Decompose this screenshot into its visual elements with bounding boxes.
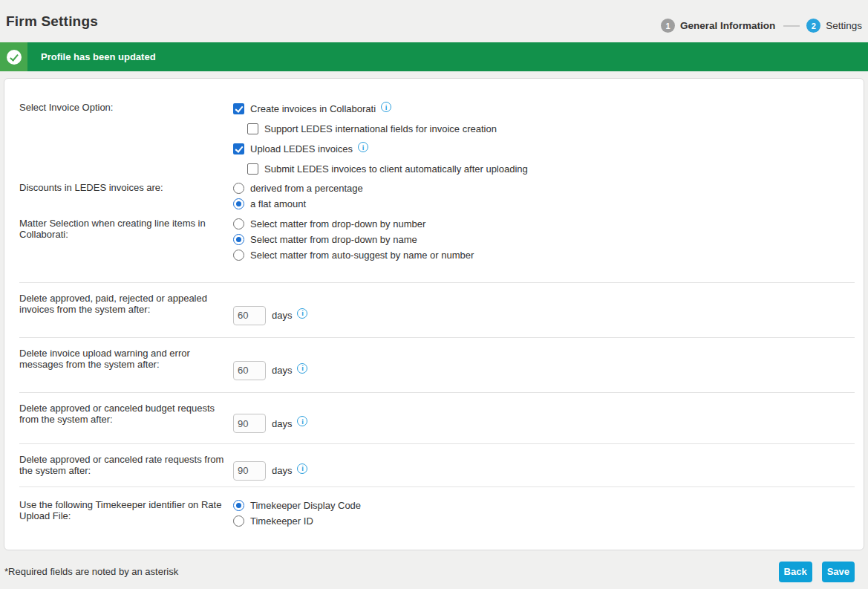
delete-warnings-label: Delete invoice upload warning and error … (19, 348, 233, 392)
checkbox-label: Support LEDES international fields for i… (264, 123, 497, 134)
radio-label: a flat amount (250, 198, 306, 209)
step-2-label[interactable]: Settings (826, 20, 862, 31)
firm-settings-page: Firm Settings 1 General Information 2 Se… (0, 0, 868, 589)
invoice-option-label: Select Invoice Option: (19, 102, 233, 182)
radio-option-flat-amount[interactable]: a flat amount (233, 198, 363, 210)
step-2-circle[interactable]: 2 (806, 19, 820, 33)
discounts-label: Discounts in LEDES invoices are: (19, 182, 233, 213)
footer-buttons: Back Save (769, 562, 855, 582)
delete-rate-requests-label: Delete approved or canceled rate request… (19, 454, 233, 487)
radio-option-autosuggest[interactable]: Select matter from auto-suggest by name … (233, 249, 474, 261)
step-1-label[interactable]: General Information (680, 20, 775, 31)
delete-budget-requests-label: Delete approved or canceled budget reque… (19, 403, 233, 443)
radio-button[interactable] (233, 250, 244, 261)
radio-option-dropdown-name[interactable]: Select matter from drop-down by name (233, 233, 474, 246)
step-connector-line (783, 25, 800, 27)
radio-button[interactable] (233, 198, 244, 209)
info-icon[interactable]: i (381, 102, 391, 112)
timekeeper-identifier-label: Use the following Timekeeper identifier … (19, 499, 233, 530)
radio-button[interactable] (233, 500, 244, 511)
radio-label: Select matter from drop-down by number (250, 218, 425, 230)
discounts-row: Discounts in LEDES invoices are: derived… (4, 182, 864, 213)
radio-option-display-code[interactable]: Timekeeper Display Code (233, 499, 361, 512)
success-check-icon (7, 50, 22, 65)
checkbox-label: Upload LEDES invoices (250, 143, 353, 154)
save-button[interactable]: Save (822, 562, 855, 582)
radio-button[interactable] (233, 183, 244, 194)
info-icon[interactable]: i (297, 463, 307, 474)
radio-label: Select matter from drop-down by name (250, 234, 417, 245)
checkbox-label: Submit LEDES invoices to client automati… (264, 163, 528, 175)
days-unit-label: days (272, 465, 292, 476)
radio-button[interactable] (233, 218, 244, 230)
delete-invoices-row: Delete approved, paid, rejected or appea… (4, 283, 864, 337)
matter-selection-row: Matter Selection when creating line item… (4, 218, 864, 264)
checkbox-option-upload-ledes[interactable]: Upload LEDES invoices i (233, 142, 528, 156)
checkbox[interactable] (247, 123, 258, 134)
checkbox[interactable] (233, 103, 244, 114)
days-unit-label: days (272, 418, 292, 429)
success-icon-box (0, 42, 27, 71)
radio-label: Select matter from auto-suggest by name … (250, 250, 474, 261)
radio-option-timekeeper-id[interactable]: Timekeeper ID (233, 515, 361, 527)
checkbox[interactable] (233, 143, 244, 154)
radio-button[interactable] (233, 515, 244, 527)
delete-invoices-control: days i (233, 293, 307, 337)
delete-budget-requests-row: Delete approved or canceled budget reque… (4, 393, 864, 443)
delete-invoices-days-input[interactable] (233, 306, 266, 325)
required-fields-note: *Required fields are noted by an asteris… (4, 566, 178, 577)
settings-form-panel: Select Invoice Option: Create invoices i… (4, 78, 864, 550)
back-button[interactable]: Back (779, 562, 812, 582)
info-icon[interactable]: i (297, 416, 307, 426)
delete-rate-requests-control: days i (233, 455, 307, 487)
delete-warnings-row: Delete invoice upload warning and error … (4, 338, 864, 392)
radio-label: derived from a percentage (250, 183, 363, 194)
info-icon[interactable]: i (297, 363, 307, 374)
invoice-option-controls: Create invoices in Collaborati i Support… (233, 102, 528, 182)
page-title: Firm Settings (6, 13, 98, 30)
days-unit-label: days (272, 365, 292, 376)
matter-selection-controls: Select matter from drop-down by number S… (233, 218, 474, 264)
checkbox-option-submit-ledes-auto[interactable]: Submit LEDES invoices to client automati… (247, 162, 528, 176)
delete-invoices-label: Delete approved, paid, rejected or appea… (19, 293, 233, 337)
delete-warnings-days-input[interactable] (233, 361, 266, 380)
discounts-controls: derived from a percentage a flat amount (233, 182, 363, 213)
radio-option-percentage[interactable]: derived from a percentage (233, 182, 363, 195)
radio-label: Timekeeper Display Code (250, 500, 361, 511)
days-unit-label: days (272, 310, 292, 321)
wizard-stepper: 1 General Information 2 Settings (661, 10, 862, 33)
delete-budget-days-input[interactable] (233, 414, 266, 433)
timekeeper-identifier-row: Use the following Timekeeper identifier … (4, 487, 864, 530)
checkbox-option-create-invoices[interactable]: Create invoices in Collaborati i (233, 102, 528, 116)
matter-selection-label: Matter Selection when creating line item… (19, 218, 233, 264)
top-bar: Firm Settings 1 General Information 2 Se… (0, 0, 868, 42)
checkbox-label: Create invoices in Collaborati (250, 103, 376, 114)
info-icon[interactable]: i (358, 142, 368, 152)
delete-rate-days-input[interactable] (233, 461, 266, 481)
checkbox[interactable] (247, 163, 258, 175)
timekeeper-identifier-controls: Timekeeper Display Code Timekeeper ID (233, 499, 361, 530)
radio-label: Timekeeper ID (250, 515, 313, 527)
success-message: Profile has been updated (41, 42, 156, 71)
info-icon[interactable]: i (297, 308, 307, 319)
step-1-circle[interactable]: 1 (661, 19, 675, 33)
checkbox-option-ledes-international[interactable]: Support LEDES international fields for i… (247, 122, 528, 136)
invoice-option-row: Select Invoice Option: Create invoices i… (4, 102, 864, 182)
success-banner: Profile has been updated (0, 42, 868, 71)
radio-button[interactable] (233, 234, 244, 245)
footer-bar: *Required fields are noted by an asteris… (0, 554, 868, 589)
delete-warnings-control: days i (233, 348, 307, 392)
radio-option-dropdown-number[interactable]: Select matter from drop-down by number (233, 218, 474, 230)
delete-rate-requests-row: Delete approved or canceled rate request… (4, 444, 864, 487)
delete-budget-requests-control: days i (233, 403, 307, 443)
